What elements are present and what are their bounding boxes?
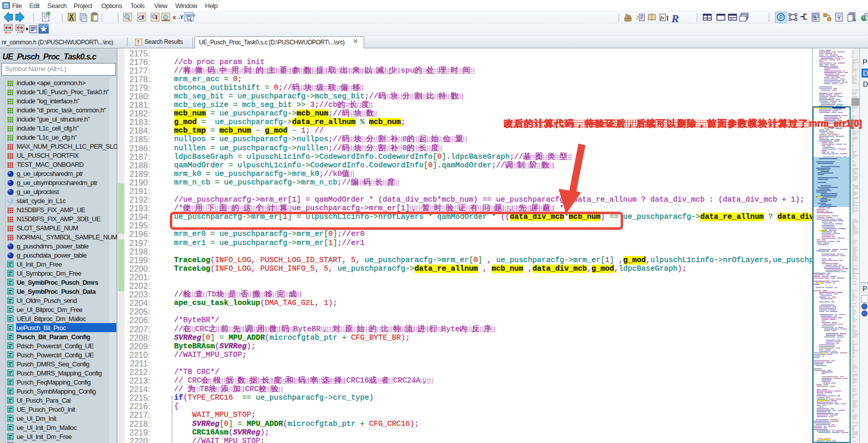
svg-text:P: P [779, 14, 783, 21]
svg-text:Y: Y [180, 14, 184, 20]
svg-text:R: R [671, 12, 679, 25]
svg-text:P: P [862, 285, 867, 293]
svg-text:P: P [862, 57, 867, 66]
svg-text:fx: fx [660, 15, 664, 20]
svg-text:?: ? [636, 14, 639, 21]
svg-text:S: S [814, 15, 817, 19]
svg-text:D: D [863, 80, 868, 88]
svg-text:?: ? [838, 16, 841, 21]
svg-text:D: D [863, 69, 868, 77]
